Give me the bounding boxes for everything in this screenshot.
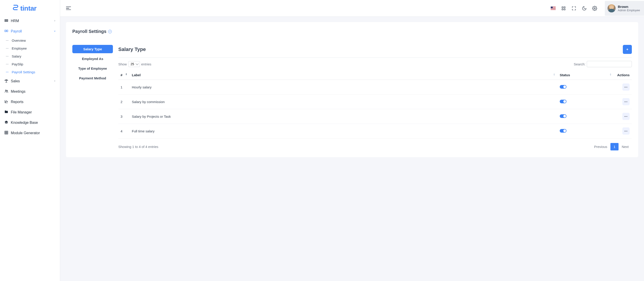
chevron-right-icon: [54, 80, 56, 83]
table-row: 2 Salary by commission •••: [118, 95, 632, 109]
status-toggle[interactable]: [560, 85, 566, 89]
panel-title: Salary Type: [118, 47, 146, 52]
dash-icon: [6, 64, 8, 65]
sidebar-sub-payslip[interactable]: PaySlip: [2, 60, 60, 68]
sidebar: tintar HRM Payroll: [0, 0, 60, 281]
sidebar-item-label: File Manager: [11, 110, 32, 114]
sidebar-sub-label: Salary: [12, 54, 22, 58]
sidebar-item-file-manager[interactable]: File Manager: [0, 107, 60, 118]
sidebar-item-hrm[interactable]: HRM: [0, 16, 60, 26]
col-label[interactable]: Label ▲▼: [130, 70, 558, 80]
status-toggle[interactable]: [560, 100, 566, 103]
logo-text: tintar: [20, 5, 36, 12]
language-flag-icon[interactable]: [551, 7, 556, 10]
sidebar-item-label: Meetings: [11, 90, 26, 94]
hrm-icon: [4, 19, 8, 24]
cell-actions: •••: [614, 109, 632, 124]
page-length-select[interactable]: 25: [128, 61, 140, 67]
tab-type-of-employee[interactable]: Type of Employee: [72, 64, 113, 73]
avatar: [608, 4, 616, 13]
dash-icon: [6, 48, 8, 49]
sidebar-item-payroll[interactable]: Payroll: [0, 26, 60, 37]
sidebar-sub-salary[interactable]: Salary: [2, 52, 60, 60]
settings-tabs: Salary Type Employed As Type of Employee…: [72, 45, 113, 150]
cell-status: [558, 109, 614, 124]
svg-rect-17: [564, 7, 565, 8]
settings-gear-icon[interactable]: [592, 6, 597, 11]
row-actions-button[interactable]: •••: [622, 127, 630, 135]
svg-rect-4: [7, 30, 8, 32]
user-menu[interactable]: Brown Admin Employee: [605, 1, 644, 16]
sidebar-item-meetings[interactable]: Meetings: [0, 86, 60, 97]
entries-label: entries: [141, 62, 152, 66]
tab-payment-method[interactable]: Payment Method: [72, 74, 113, 82]
svg-rect-16: [562, 7, 563, 8]
tab-salary-type[interactable]: Salary Type: [72, 45, 113, 53]
status-toggle[interactable]: [560, 114, 566, 118]
svg-rect-1: [6, 20, 7, 22]
sidebar-item-knowledge-base[interactable]: Knowledge Base: [0, 118, 60, 128]
tab-employed-as[interactable]: Employed As: [72, 55, 113, 63]
col-actions: Actions: [614, 70, 632, 80]
cell-label: Hourly salary: [130, 80, 558, 95]
user-role: Admin Employee: [618, 9, 640, 12]
svg-rect-11: [5, 131, 8, 134]
table-row: 1 Hourly salary •••: [118, 80, 632, 95]
pager-page-1[interactable]: 1: [610, 143, 618, 150]
svg-rect-0: [5, 20, 6, 22]
education-icon: [4, 120, 8, 125]
sort-icon: ▲▼: [610, 73, 612, 76]
sidebar-item-label: HRM: [11, 19, 19, 23]
main-nav: HRM Payroll Overview: [0, 15, 60, 139]
sidebar-item-label: Payroll: [11, 29, 22, 33]
fullscreen-icon[interactable]: [572, 6, 576, 11]
menu-toggle-button[interactable]: [66, 7, 71, 10]
pager-next[interactable]: Next: [618, 143, 632, 150]
search-input[interactable]: [587, 61, 632, 67]
folder-icon: [4, 110, 8, 115]
svg-point-10: [7, 101, 8, 102]
meetings-icon: [4, 89, 8, 94]
row-actions-button[interactable]: •••: [622, 83, 630, 91]
sidebar-sub-employee[interactable]: Employee: [2, 45, 60, 52]
logo-mark-icon: [12, 4, 19, 13]
dash-icon: [6, 56, 8, 57]
cell-idx: 3: [118, 109, 130, 124]
sidebar-item-sales[interactable]: Sales: [0, 76, 60, 86]
payroll-icon: [4, 29, 8, 34]
sort-icon: ▲▼: [553, 73, 555, 76]
col-index[interactable]: # ▲▼: [118, 70, 130, 80]
cell-label: Full time salary: [130, 124, 558, 138]
sidebar-item-module-generator[interactable]: Module Generator: [0, 128, 60, 138]
status-toggle[interactable]: [560, 129, 566, 133]
row-actions-button[interactable]: •••: [622, 98, 630, 105]
dash-icon: [6, 72, 8, 72]
col-status[interactable]: Status ▲▼: [558, 70, 614, 80]
sidebar-sub-label: Employee: [12, 47, 27, 50]
svg-point-8: [6, 102, 6, 102]
pager-prev[interactable]: Previous: [591, 143, 610, 150]
svg-point-9: [6, 101, 7, 101]
table-row: 3 Salary by Projects or Task •••: [118, 109, 632, 124]
svg-rect-3: [5, 30, 6, 32]
add-button[interactable]: [623, 45, 632, 54]
pagination: Previous 1 Next: [591, 143, 632, 150]
reports-icon: [4, 99, 8, 104]
sidebar-sub-payroll-settings[interactable]: Payroll Settings: [2, 68, 60, 76]
cell-idx: 2: [118, 95, 130, 109]
sort-icon: ▲▼: [125, 73, 127, 76]
row-actions-button[interactable]: •••: [622, 113, 630, 120]
dark-mode-icon[interactable]: [582, 6, 587, 11]
apps-grid-icon[interactable]: [561, 6, 566, 11]
cell-idx: 1: [118, 80, 130, 95]
logo[interactable]: tintar: [0, 0, 60, 15]
sidebar-item-reports[interactable]: Reports: [0, 97, 60, 107]
cell-status: [558, 80, 614, 95]
grid-icon: [4, 131, 8, 136]
sidebar-item-label: Sales: [11, 79, 20, 83]
sidebar-sub-overview[interactable]: Overview: [2, 37, 60, 45]
svg-point-20: [594, 8, 595, 9]
table-row: 4 Full time salary •••: [118, 124, 632, 138]
cell-actions: •••: [614, 95, 632, 109]
info-icon[interactable]: i: [108, 30, 112, 33]
